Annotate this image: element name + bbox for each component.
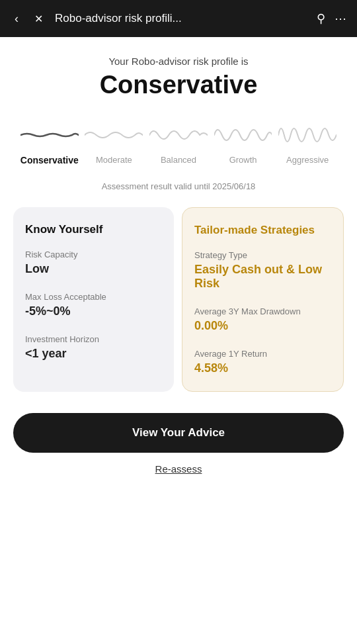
max-drawdown-value: 0.00% <box>194 319 331 333</box>
nav-title: Robo-advisor risk profili... <box>55 12 309 25</box>
know-yourself-card: Know Yourself Risk Capacity Low Max Loss… <box>13 207 174 392</box>
wave-balanced <box>146 117 211 150</box>
investment-horizon-value: <1 year <box>25 347 162 361</box>
reassess-button[interactable]: Re-assess <box>13 463 344 475</box>
risk-capacity-value: Low <box>25 262 162 276</box>
wave-conservative <box>17 117 82 150</box>
back-icon[interactable]: ‹ <box>11 9 22 28</box>
strategy-type-field: Strategy Type Easily Cash out & Low Risk <box>194 250 331 291</box>
validity-text: Assessment result valid until 2025/06/18 <box>102 181 256 191</box>
risk-capacity-field: Risk Capacity Low <box>25 250 162 276</box>
investment-horizon-field: Investment Horizon <1 year <box>25 334 162 361</box>
nav-actions: ⚲ ⋯ <box>317 11 346 26</box>
profile-subtitle: Your Robo-advisor risk profile is <box>108 56 248 67</box>
card-right-title: Tailor-made Strategies <box>194 224 331 237</box>
wave-moderate <box>82 117 147 150</box>
avg-return-label: Average 1Y Return <box>194 349 331 359</box>
main-content: Your Robo-advisor risk profile is Conser… <box>0 37 357 488</box>
risk-capacity-label: Risk Capacity <box>25 250 162 259</box>
view-advice-button[interactable]: View Your Advice <box>13 413 344 453</box>
max-loss-label: Max Loss Acceptable <box>25 292 162 302</box>
wave-label-conservative: Conservative <box>17 155 82 165</box>
max-drawdown-label: Average 3Y Max Drawdown <box>194 306 331 316</box>
strategy-type-label: Strategy Type <box>194 250 331 260</box>
investment-horizon-label: Investment Horizon <box>25 334 162 344</box>
close-icon[interactable]: ✕ <box>30 10 47 28</box>
wave-charts <box>13 114 344 154</box>
strategy-type-value: Easily Cash out & Low Risk <box>194 263 331 291</box>
card-left-title: Know Yourself <box>25 223 162 236</box>
wave-growth <box>211 117 276 150</box>
avg-return-value: 4.58% <box>194 361 331 375</box>
max-loss-value: -5%~0% <box>25 304 162 318</box>
cards-section: Know Yourself Risk Capacity Low Max Loss… <box>13 207 344 392</box>
profile-title: Conservative <box>100 71 258 99</box>
more-icon[interactable]: ⋯ <box>335 11 346 26</box>
tailor-made-card: Tailor-made Strategies Strategy Type Eas… <box>182 207 344 392</box>
nav-bar: ‹ ✕ Robo-advisor risk profili... ⚲ ⋯ <box>0 0 357 37</box>
wave-label-aggressive: Aggressive <box>275 155 340 165</box>
wave-label-growth: Growth <box>211 155 276 165</box>
wave-label-balanced: Balanced <box>146 155 211 165</box>
wave-labels: Conservative Moderate Balanced Growth Ag… <box>13 155 344 165</box>
max-drawdown-field: Average 3Y Max Drawdown 0.00% <box>194 306 331 333</box>
wave-aggressive <box>275 117 340 150</box>
search-icon[interactable]: ⚲ <box>317 11 325 26</box>
wave-label-moderate: Moderate <box>82 155 147 165</box>
avg-return-field: Average 1Y Return 4.58% <box>194 349 331 375</box>
wave-section: Conservative Moderate Balanced Growth Ag… <box>13 114 344 165</box>
max-loss-field: Max Loss Acceptable -5%~0% <box>25 292 162 318</box>
